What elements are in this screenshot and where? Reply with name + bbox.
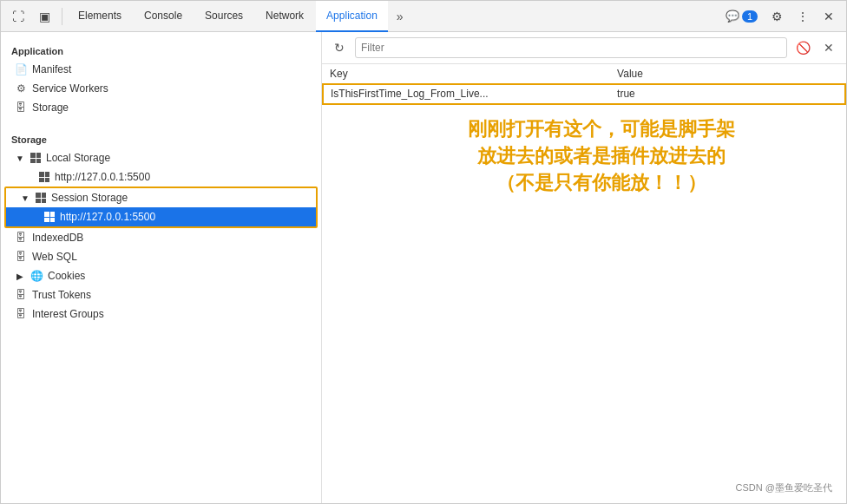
session-storage-icon (36, 193, 46, 203)
session-storage-group: ▼ Session Storage http://127.0.0.1:5500 (4, 187, 318, 228)
storage-app-icon: 🗄 (15, 101, 27, 114)
settings-icon: ⚙ (771, 10, 783, 23)
close-icon: ✕ (824, 10, 834, 23)
sidebar-item-manifest[interactable]: 📄 Manifest (1, 60, 321, 79)
trust-tokens-icon: 🗄 (15, 289, 27, 301)
tab-console[interactable]: Console (134, 1, 193, 32)
storage-table-container: Key Value IsThisFirstTime_Log_From_Live.… (322, 64, 846, 504)
close-devtools-btn[interactable]: ✕ (817, 4, 841, 29)
annotation-line2: 放进去的或者是插件放进去的 (374, 143, 829, 170)
websql-icon: 🗄 (15, 251, 27, 263)
local-storage-label: Local Storage (46, 152, 110, 164)
sidebar-item-websql[interactable]: 🗄 Web SQL (1, 247, 321, 266)
message-icon: 💬 (726, 10, 739, 23)
sidebar-item-trust-tokens[interactable]: 🗄 Trust Tokens (1, 285, 321, 304)
key-column-header: Key (323, 64, 610, 84)
annotation-line1: 刚刚打开有这个，可能是脚手架 (374, 116, 829, 143)
service-workers-icon: ⚙ (15, 82, 27, 95)
indexeddb-icon: 🗄 (15, 232, 27, 244)
indexeddb-label: IndexedDB (32, 232, 83, 244)
sidebar-item-session-storage-url[interactable]: http://127.0.0.1:5500 (6, 207, 316, 226)
right-panel: ↻ 🚫 ✕ Key Value IsThis (322, 32, 846, 504)
block-icon: 🚫 (796, 41, 811, 55)
sidebar-item-service-workers[interactable]: ⚙ Service Workers (1, 79, 321, 98)
manifest-icon: 📄 (15, 63, 27, 75)
settings-btn[interactable]: ⚙ (765, 4, 789, 29)
websql-label: Web SQL (32, 251, 77, 263)
cookies-icon: 🌐 (30, 270, 43, 282)
storage-table: Key Value IsThisFirstTime_Log_From_Live.… (322, 64, 846, 104)
tab-elements[interactable]: Elements (68, 1, 132, 32)
devtools-toolbar: ⛶ ▣ Elements Console Sources Network App… (1, 1, 846, 32)
session-storage-url-icon (44, 212, 55, 222)
local-storage-arrow: ▼ (15, 154, 25, 163)
session-storage-url-label: http://127.0.0.1:5500 (60, 211, 155, 223)
cursor-tool-btn[interactable]: ⛶ (6, 4, 30, 29)
device-icon: ▣ (39, 10, 50, 23)
storage-app-label: Storage (32, 101, 69, 114)
sidebar: Application 📄 Manifest ⚙ Service Workers… (1, 32, 322, 504)
table-cell-key: IsThisFirstTime_Log_From_Live... (323, 84, 610, 104)
tab-more-btn[interactable]: » (390, 1, 410, 32)
table-cell-value: true (610, 84, 845, 104)
table-row[interactable]: IsThisFirstTime_Log_From_Live... true (323, 84, 845, 104)
session-storage-arrow: ▼ (20, 193, 30, 203)
value-column-header: Value (610, 64, 845, 84)
manifest-label: Manifest (32, 63, 71, 75)
more-options-icon: ⋮ (797, 10, 809, 23)
service-workers-label: Service Workers (32, 82, 108, 95)
sidebar-item-local-storage-url[interactable]: http://127.0.0.1:5500 (1, 167, 321, 187)
table-header: Key Value (323, 64, 845, 84)
cookies-label: Cookies (48, 270, 85, 282)
sidebar-item-local-storage[interactable]: ▼ Local Storage (1, 148, 321, 167)
local-storage-url-icon (39, 172, 49, 182)
local-storage-url-label: http://127.0.0.1:5500 (55, 171, 150, 183)
tab-application[interactable]: Application (316, 1, 388, 32)
interest-groups-label: Interest Groups (32, 308, 104, 320)
notifications-btn[interactable]: 💬 1 (720, 4, 763, 29)
session-storage-label: Session Storage (51, 192, 128, 204)
tab-sources[interactable]: Sources (194, 1, 253, 32)
watermark: CSDN @墨鱼爱吃圣代 (736, 481, 832, 494)
sidebar-item-indexeddb[interactable]: 🗄 IndexedDB (1, 228, 321, 247)
sidebar-item-interest-groups[interactable]: 🗄 Interest Groups (1, 304, 321, 324)
cookies-arrow: ▶ (15, 272, 25, 281)
notification-badge: 1 (742, 10, 758, 23)
filter-input[interactable] (355, 37, 787, 58)
device-toolbar-btn[interactable]: ▣ (32, 4, 56, 29)
toolbar-right-actions: 💬 1 ⚙ ⋮ ✕ (720, 4, 841, 29)
storage-section-title: Storage (1, 128, 321, 148)
tab-network[interactable]: Network (255, 1, 314, 32)
application-section-title: Application (1, 39, 321, 60)
section-divider (1, 117, 321, 128)
interest-groups-icon: 🗄 (15, 308, 27, 320)
toolbar-separator-1 (62, 8, 62, 25)
close-filter-icon: ✕ (824, 41, 834, 55)
cursor-icon: ⛶ (12, 10, 24, 23)
trust-tokens-label: Trust Tokens (32, 289, 91, 301)
sidebar-item-storage-app[interactable]: 🗄 Storage (1, 98, 321, 117)
sidebar-item-cookies[interactable]: ▶ 🌐 Cookies (1, 266, 321, 285)
sidebar-item-session-storage[interactable]: ▼ Session Storage (6, 188, 316, 207)
refresh-storage-btn[interactable]: ↻ (329, 37, 350, 58)
clear-filter-btn[interactable]: 🚫 (792, 37, 813, 58)
annotation-line3: （不是只有你能放！！） (374, 170, 829, 197)
table-body: IsThisFirstTime_Log_From_Live... true (323, 84, 845, 104)
annotation-overlay: 刚刚打开有这个，可能是脚手架 放进去的或者是插件放进去的 （不是只有你能放！！） (374, 116, 829, 196)
filter-bar: ↻ 🚫 ✕ (322, 32, 846, 64)
local-storage-icon (30, 153, 41, 163)
close-filter-btn[interactable]: ✕ (818, 37, 839, 58)
more-options-btn[interactable]: ⋮ (791, 4, 815, 29)
refresh-icon: ↻ (334, 41, 345, 55)
main-container: Application 📄 Manifest ⚙ Service Workers… (1, 32, 846, 504)
